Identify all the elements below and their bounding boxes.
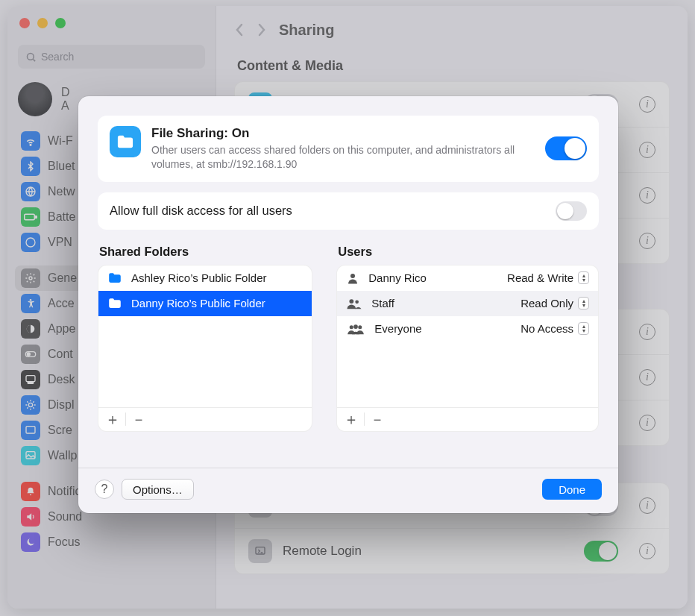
file-sharing-header: File Sharing: On Other users can access … [98,116,599,182]
folders-footer: ＋ － [98,407,312,431]
svg-point-24 [359,325,362,329]
users-column: Users Danny Rico Read & Write ▴▾ [336,245,599,432]
file-sharing-toggle[interactable] [545,136,587,160]
svg-point-23 [353,324,358,329]
folder-row[interactable]: Ashley Rico’s Public Folder [98,265,312,291]
chevron-updown-icon: ▴▾ [578,297,589,309]
folder-icon [107,271,122,284]
folder-row[interactable]: Danny Rico’s Public Folder [98,291,312,316]
shared-folders-list: Ashley Rico’s Public Folder Danny Rico’s… [98,265,312,432]
sheet-subtitle: Other users can access shared folders on… [151,143,535,172]
users-title: Users [338,245,597,259]
permission-select[interactable]: Read Only ▴▾ [521,297,589,309]
svg-point-19 [350,274,355,278]
user-row[interactable]: Staff Read Only ▴▾ [337,291,598,316]
remove-user-button[interactable]: － [368,409,387,429]
people-icon [346,297,362,310]
folder-icon [107,297,122,309]
svg-point-22 [350,325,353,329]
done-button[interactable]: Done [542,479,602,500]
fda-label: Allow full disk access for all users [110,204,556,218]
user-row[interactable]: Danny Rico Read & Write ▴▾ [337,265,598,291]
full-disk-access-row: Allow full disk access for all users [98,192,599,230]
shared-folders-column: Shared Folders Ashley Rico’s Public Fold… [98,245,312,432]
file-sharing-sheet: File Sharing: On Other users can access … [78,96,618,513]
permission-select[interactable]: Read & Write ▴▾ [507,271,589,284]
add-folder-button[interactable]: ＋ [103,409,122,429]
people-icon [346,322,365,336]
permission-select[interactable]: No Access ▴▾ [521,322,589,335]
remove-folder-button[interactable]: － [129,409,148,429]
shared-folders-title: Shared Folders [99,245,311,259]
person-icon [346,271,359,285]
fda-toggle[interactable] [556,201,587,221]
sheet-title: File Sharing: On [151,126,535,141]
svg-point-20 [350,299,354,304]
svg-point-21 [356,300,359,304]
help-button[interactable]: ? [95,480,114,499]
options-button[interactable]: Options… [122,479,194,500]
chevron-updown-icon: ▴▾ [578,322,589,335]
chevron-updown-icon: ▴▾ [578,271,589,284]
file-sharing-icon [110,126,141,157]
sheet-footer: ? Options… Done [78,468,618,513]
users-footer: ＋ － [337,407,598,431]
users-list: Danny Rico Read & Write ▴▾ Staff Read On… [336,265,599,432]
add-user-button[interactable]: ＋ [342,409,361,429]
user-row[interactable]: Everyone No Access ▴▾ [337,316,598,342]
